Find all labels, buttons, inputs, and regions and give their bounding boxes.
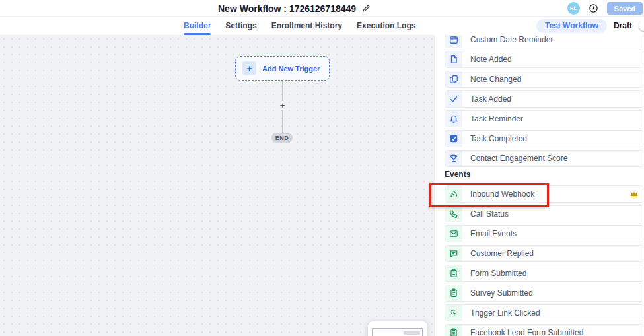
trigger-item-form-submitted[interactable]: Form Submitted (445, 265, 643, 282)
page-title: New Workflow : 1726126718449 (218, 3, 356, 14)
cursor-click-icon (445, 305, 462, 321)
workflow-builder-app: { "header": { "title": "New Workflow : 1… (0, 0, 644, 336)
chat-bubble-icon (445, 246, 462, 261)
tab-builder[interactable]: Builder (184, 17, 211, 35)
tabs: Builder Settings Enrollment History Exec… (184, 17, 415, 35)
trigger-item-customer-replied[interactable]: Customer Replied (445, 245, 643, 262)
saved-button[interactable]: Saved (607, 2, 643, 15)
premium-crown-icon (629, 186, 639, 202)
clipboard-icon (445, 325, 462, 336)
end-node: END (271, 133, 293, 143)
trigger-item-label: Facebook Lead Form Submitted (462, 325, 583, 336)
trigger-item-label: Note Changed (462, 71, 521, 87)
trigger-item-label: Form Submitted (462, 265, 526, 281)
trigger-item-label: Email Events (462, 226, 517, 242)
trigger-item-task-added[interactable]: Task Added (445, 90, 643, 108)
trigger-item-label: Task Reminder (462, 111, 523, 127)
bell-icon (445, 111, 462, 127)
trigger-item-task-reminder[interactable]: Task Reminder (445, 110, 643, 127)
trigger-item-note-added[interactable]: Note Added (445, 51, 643, 68)
top-header: New Workflow : 1726126718449 RL Saved (0, 0, 644, 17)
trigger-item-label: Task Completed (462, 131, 527, 147)
add-new-trigger-button[interactable]: + Add New Trigger (235, 56, 330, 81)
plus-icon: + (242, 61, 256, 75)
trigger-item-survey-submitted[interactable]: Survey Submitted (445, 285, 643, 302)
trigger-item-facebook-lead-form-submitted[interactable]: Facebook Lead Form Submitted (445, 324, 643, 336)
draft-label: Draft (614, 21, 632, 30)
trigger-item-label: Trigger Link Clicked (462, 305, 540, 321)
clipboard-icon (445, 285, 462, 301)
header-right-controls: RL Saved (567, 0, 643, 17)
trigger-item-call-status[interactable]: Call Status (445, 205, 643, 222)
trigger-item-trigger-link-clicked[interactable]: Trigger Link Clicked (445, 304, 643, 321)
trigger-item-contact-engagement-score[interactable]: Contact Engagement Score (445, 150, 643, 167)
publish-toggle[interactable] (639, 21, 644, 30)
trigger-item-label: Custom Date Reminder (462, 35, 553, 48)
tab-execution-logs[interactable]: Execution Logs (357, 17, 415, 35)
trigger-list: Custom Date Reminder Note Added Note Cha… (445, 35, 643, 336)
trigger-item-label: Note Added (462, 51, 512, 67)
tab-enrollment-history[interactable]: Enrollment History (271, 17, 342, 35)
trigger-item-custom-date-reminder[interactable]: Custom Date Reminder (445, 35, 643, 48)
note-icon (445, 51, 462, 67)
trigger-item-label: Call Status (462, 206, 509, 222)
trigger-item-task-completed[interactable]: Task Completed (445, 130, 643, 147)
preview-frame (372, 328, 423, 336)
workflow-title-wrap: New Workflow : 1726126718449 (218, 0, 371, 17)
trigger-item-label: Contact Engagement Score (462, 151, 567, 166)
trigger-item-note-changed[interactable]: Note Changed (445, 71, 643, 88)
toggle-knob (639, 20, 644, 31)
tab-bar: Builder Settings Enrollment History Exec… (0, 17, 644, 35)
trigger-picker-drawer: Custom Date Reminder Note Added Note Cha… (434, 35, 644, 336)
checkmark-icon (445, 91, 462, 107)
envelope-icon (445, 226, 462, 242)
checkbox-checked-icon (445, 131, 462, 147)
calendar-icon (445, 35, 462, 48)
trigger-item-label: Inbound Webhook (462, 186, 534, 202)
trigger-item-label: Task Added (462, 91, 511, 107)
test-workflow-button[interactable]: Test Workflow (536, 19, 607, 33)
edit-pencil-icon[interactable] (362, 4, 371, 13)
trigger-item-label: Survey Submitted (462, 285, 533, 301)
trophy-icon (445, 151, 462, 166)
events-section-header: Events (445, 170, 643, 179)
workflow-controls: Test Workflow Draft Publish (536, 17, 644, 35)
bottom-preview-panel (368, 321, 427, 336)
phone-icon (445, 206, 462, 222)
tab-settings[interactable]: Settings (225, 17, 256, 35)
trigger-item-label: Customer Replied (462, 246, 534, 261)
clipboard-icon (445, 265, 462, 281)
avatar[interactable]: RL (567, 2, 580, 15)
add-trigger-label: Add New Trigger (262, 65, 320, 73)
trigger-item-email-events[interactable]: Email Events (445, 225, 643, 242)
webhook-icon (445, 186, 462, 202)
note-copy-icon (445, 71, 462, 87)
history-clock-icon[interactable] (589, 3, 598, 13)
trigger-item-inbound-webhook[interactable]: Inbound Webhook (445, 185, 643, 203)
connector-plus-icon[interactable]: + (278, 101, 287, 110)
preview-placeholder-bar (404, 331, 420, 335)
